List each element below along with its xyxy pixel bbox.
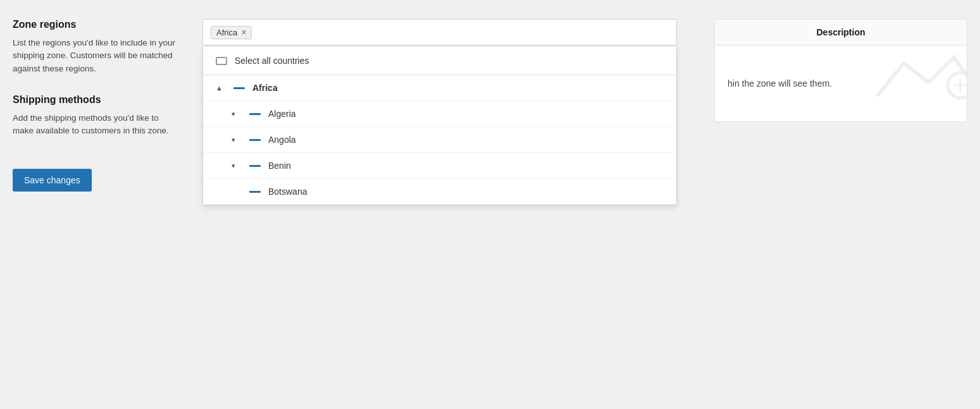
description-table: Description hin the zone will see them.: [714, 19, 967, 122]
zone-regions-description: List the regions you'd like to include i…: [13, 37, 177, 75]
dropdown-input[interactable]: Africa ×: [202, 19, 677, 46]
botswana-label: Botswana: [268, 186, 664, 197]
description-body: hin the zone will see them.: [715, 46, 967, 121]
africa-tag-label: Africa: [216, 28, 237, 37]
main-content: Africa × Select all countries ▲: [202, 19, 689, 390]
shipping-methods-description: Add the shipping methods you'd like to m…: [13, 112, 177, 138]
angola-label: Angola: [268, 135, 664, 145]
zone-regions-title: Zone regions: [13, 19, 177, 30]
dropdown-list-inner[interactable]: Select all countries ▲ Africa ▾ Algeria: [203, 47, 676, 205]
dropdown-list: Select all countries ▲ Africa ▾ Algeria: [202, 47, 677, 205]
right-panel: Description hin the zone will see them.: [714, 19, 967, 390]
select-all-checkbox: [216, 57, 227, 65]
algeria-checkbox: [249, 113, 261, 115]
description-header: Description: [715, 20, 967, 46]
benin-chevron-icon: ▾: [232, 162, 242, 170]
angola-checkbox: [249, 139, 261, 141]
algeria-label: Algeria: [268, 109, 664, 119]
left-panel: Zone regions List the regions you'd like…: [13, 19, 190, 390]
africa-tag-remove[interactable]: ×: [241, 28, 246, 37]
africa-item[interactable]: ▲ Africa: [203, 75, 676, 101]
angola-chevron-icon: ▾: [232, 136, 242, 144]
angola-item[interactable]: ▾ Angola: [203, 127, 676, 153]
benin-item[interactable]: ▾ Benin: [203, 153, 676, 179]
shipping-watermark-icon: [872, 51, 967, 116]
botswana-checkbox: [249, 191, 261, 193]
shipping-methods-title: Shipping methods: [13, 94, 177, 106]
select-all-label: Select all countries: [235, 56, 664, 66]
zone-regions-dropdown-container: Africa × Select all countries ▲: [202, 19, 677, 46]
description-text: hin the zone will see them.: [728, 78, 832, 89]
algeria-item[interactable]: ▾ Algeria: [203, 101, 676, 127]
select-all-item[interactable]: Select all countries: [203, 47, 676, 75]
benin-checkbox: [249, 165, 261, 167]
algeria-chevron-icon: ▾: [232, 110, 242, 118]
africa-chevron-icon: ▲: [216, 84, 226, 92]
africa-label: Africa: [252, 83, 664, 93]
africa-tag: Africa ×: [211, 26, 252, 39]
save-changes-button[interactable]: Save changes: [13, 169, 92, 192]
botswana-item[interactable]: ▾ Botswana: [203, 179, 676, 205]
africa-checkbox: [233, 87, 245, 89]
benin-label: Benin: [268, 161, 664, 171]
